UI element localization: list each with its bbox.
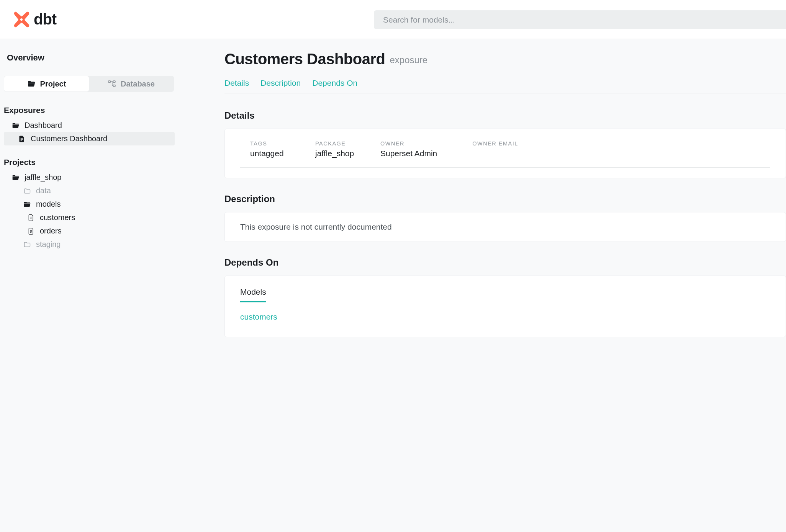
detail-owner: OWNER Superset Admin: [380, 140, 437, 158]
project-jaffle-shop[interactable]: jaffle_shop: [4, 171, 175, 184]
svg-rect-2: [113, 81, 115, 83]
model-label: customers: [40, 213, 75, 222]
folder-icon: [23, 188, 31, 194]
tab-database-label: Database: [121, 80, 155, 88]
detail-package: PACKAGE jaffle_shop: [315, 140, 357, 158]
model-label: orders: [40, 227, 62, 235]
anchor-description[interactable]: Description: [260, 78, 301, 88]
overview-heading: Overview: [4, 53, 175, 63]
folder-open-icon: [23, 201, 31, 208]
folder-data[interactable]: data: [4, 184, 175, 197]
folder-open-icon: [27, 80, 36, 87]
file-icon: [27, 228, 35, 235]
detail-label: PACKAGE: [315, 140, 357, 147]
logo[interactable]: dbt: [13, 11, 56, 28]
detail-value: Superset Admin: [380, 149, 437, 158]
folder-icon: [23, 241, 31, 248]
folder-data-label: data: [36, 186, 51, 195]
exposure-item-customers-dashboard[interactable]: Customers Dashboard: [4, 132, 175, 145]
details-heading: Details: [224, 110, 786, 121]
detail-value: untagged: [250, 149, 292, 158]
projects-section: Projects jaffle_shop data: [4, 158, 175, 251]
svg-rect-3: [113, 85, 115, 87]
anchor-nav: Details Description Depends On: [224, 78, 786, 93]
model-customers[interactable]: customers: [4, 211, 175, 224]
depends-card: Models customers: [224, 276, 786, 337]
folder-open-icon: [11, 174, 20, 181]
detail-value: jaffle_shop: [315, 149, 357, 158]
depends-on-section: Depends On Models customers: [224, 257, 786, 337]
projects-header: Projects: [4, 158, 175, 167]
sidebar: Overview Project Database Exposures: [0, 39, 175, 532]
detail-owner-email: OWNER EMAIL: [472, 140, 518, 158]
folder-models[interactable]: models: [4, 197, 175, 211]
details-section: Details TAGS untagged PACKAGE jaffle_sho…: [224, 110, 786, 178]
database-tree-icon: [108, 80, 116, 87]
detail-tags: TAGS untagged: [250, 140, 292, 158]
exposures-section: Exposures Dashboard Customers Dashboard: [4, 106, 175, 145]
exposure-item-label: Customers Dashboard: [31, 134, 107, 143]
folder-open-icon: [11, 122, 20, 129]
logo-text: dbt: [34, 11, 56, 28]
tab-project-label: Project: [40, 80, 66, 88]
details-divider: [240, 167, 770, 175]
file-icon: [27, 214, 35, 221]
search-input[interactable]: [374, 10, 786, 29]
svg-point-0: [20, 18, 23, 20]
folder-staging-label: staging: [36, 240, 61, 249]
svg-rect-1: [108, 81, 110, 83]
page-title: Customers Dashboard exposure: [224, 51, 786, 68]
exposures-group-dashboard[interactable]: Dashboard: [4, 119, 175, 132]
depends-tab-models[interactable]: Models: [240, 287, 266, 302]
model-orders[interactable]: orders: [4, 224, 175, 238]
exposures-group-label: Dashboard: [25, 121, 62, 130]
depends-heading: Depends On: [224, 257, 786, 268]
sidebar-tabs: Project Database: [4, 76, 174, 92]
details-card: TAGS untagged PACKAGE jaffle_shop OWNER …: [224, 129, 786, 178]
description-heading: Description: [224, 194, 786, 204]
detail-label: TAGS: [250, 140, 292, 147]
page-title-text: Customers Dashboard: [224, 51, 385, 68]
exposures-header: Exposures: [4, 106, 175, 115]
main-content: Customers Dashboard exposure Details Des…: [175, 39, 786, 532]
tab-project[interactable]: Project: [4, 76, 89, 91]
document-icon: [18, 135, 26, 142]
description-section: Description This exposure is not current…: [224, 194, 786, 242]
detail-label: OWNER EMAIL: [472, 140, 518, 147]
description-text: This exposure is not currently documente…: [240, 222, 770, 232]
anchor-depends-on[interactable]: Depends On: [312, 78, 357, 88]
resource-type: exposure: [390, 55, 427, 68]
tab-database[interactable]: Database: [89, 76, 174, 91]
folder-models-label: models: [36, 200, 61, 209]
detail-label: OWNER: [380, 140, 437, 147]
description-card: This exposure is not currently documente…: [224, 212, 786, 242]
dbt-logo-icon: [13, 11, 30, 28]
folder-staging[interactable]: staging: [4, 238, 175, 251]
depends-item-customers[interactable]: customers: [240, 312, 770, 321]
project-label: jaffle_shop: [25, 173, 61, 182]
app-header: dbt: [0, 0, 786, 39]
search-bar: [374, 10, 786, 29]
anchor-details[interactable]: Details: [224, 78, 249, 88]
